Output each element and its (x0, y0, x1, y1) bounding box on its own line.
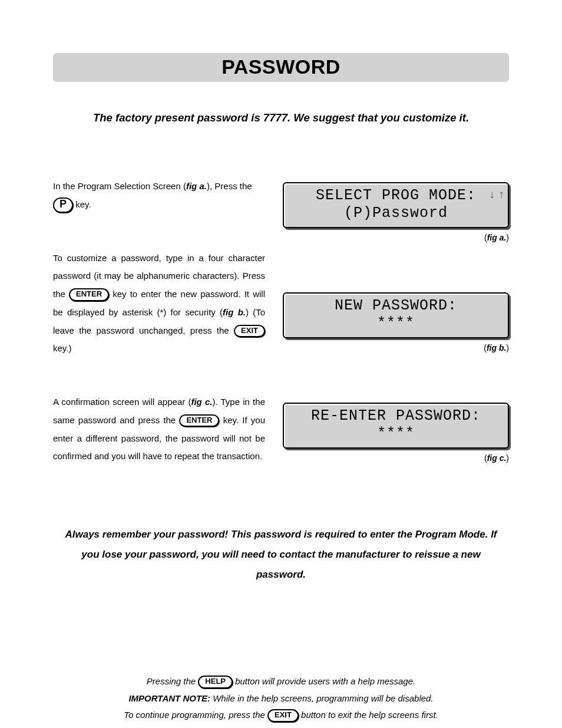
fig-label-c: (fig c.) (283, 453, 509, 463)
footer-line-3: To continue programming, press the EXIT … (53, 707, 509, 724)
content-columns: In the Program Selection Screen (fig a.)… (53, 177, 509, 466)
fig-ref-a: fig a. (186, 181, 207, 191)
key-exit: EXIT (234, 325, 265, 337)
text: A confirmation screen will appear ( (53, 397, 191, 407)
step-1: In the Program Selection Screen (fig a.)… (53, 177, 265, 214)
important-note-label: IMPORTANT NOTE: (128, 693, 210, 703)
text: In the Program Selection Screen ( (53, 181, 186, 191)
scroll-arrows-icon: ↓↑ (487, 188, 504, 202)
footer-line-1: Pressing the HELP button will provide us… (53, 673, 509, 690)
text: To continue programming, press the (124, 710, 267, 720)
warning-text: Always remember your password! This pass… (53, 525, 509, 585)
screen-a-wrap: ↓↑ SELECT PROG MODE: (P)Password (fig a.… (283, 182, 509, 242)
footer-line-2: IMPORTANT NOTE: While in the help screen… (53, 690, 509, 707)
title-bar: PASSWORD (53, 53, 509, 82)
instructions-column: In the Program Selection Screen (fig a.)… (53, 177, 265, 466)
intro-text: The factory present password is 7777. We… (53, 111, 509, 124)
fig-ref-b: fig b. (223, 307, 246, 317)
step-2: To customize a password, type in a four … (53, 249, 265, 358)
screens-column: ↓↑ SELECT PROG MODE: (P)Password (fig a.… (283, 177, 509, 466)
lcd-screen-b: NEW PASSWORD: **** (283, 292, 509, 338)
text: Pressing the (147, 676, 199, 686)
lcd-line-2: (P)Password (289, 205, 503, 222)
text: key. (75, 199, 91, 209)
lcd-screen-c: RE-ENTER PASSWORD: **** (283, 403, 509, 449)
fig-label-b: (fig b.) (283, 343, 509, 353)
footer-notes: Pressing the HELP button will provide us… (53, 673, 509, 724)
step-3: A confirmation screen will appear (fig c… (53, 393, 265, 466)
screen-b-wrap: NEW PASSWORD: **** (fig b.) (283, 292, 509, 353)
lcd-line-1: SELECT PROG MODE: (289, 187, 503, 205)
key-help: HELP (198, 676, 233, 688)
key-enter: ENTER (179, 414, 219, 427)
text: ), Press the (207, 181, 252, 191)
lcd-line-1: RE-ENTER PASSWORD: (289, 407, 503, 425)
page-title: PASSWORD (53, 55, 509, 78)
lcd-line-2: **** (289, 425, 503, 443)
lcd-screen-a: ↓↑ SELECT PROG MODE: (P)Password (283, 182, 509, 228)
fig-label-a: (fig a.) (283, 233, 509, 242)
text: button to exit the help screens first. (299, 710, 438, 720)
key-exit: EXIT (267, 709, 299, 722)
key-enter: ENTER (69, 288, 109, 301)
text: button will provide users with a help me… (233, 676, 415, 686)
screen-c-wrap: RE-ENTER PASSWORD: **** (fig c.) (283, 403, 509, 463)
text: key.) (53, 343, 71, 353)
lcd-line-1: NEW PASSWORD: (289, 297, 503, 315)
key-p: P (53, 197, 73, 213)
text: While in the help screens, programming w… (210, 693, 434, 703)
fig-ref-c: fig c. (191, 397, 212, 407)
lcd-line-2: **** (289, 315, 503, 332)
